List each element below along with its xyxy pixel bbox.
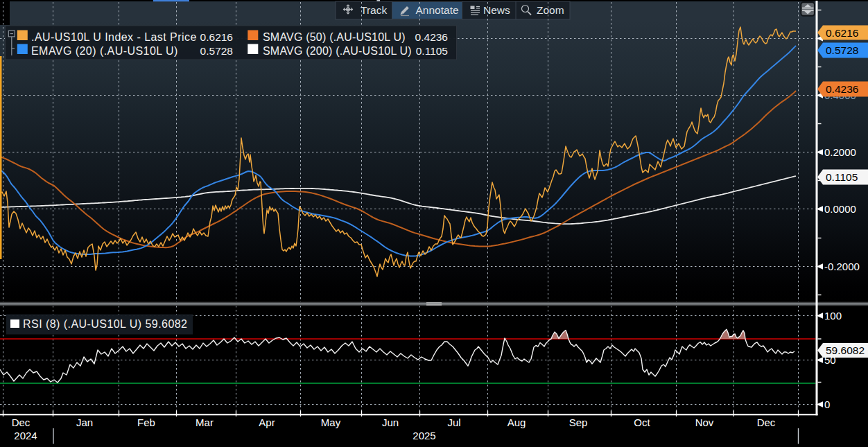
svg-text:Zoom: Zoom <box>537 4 564 16</box>
svg-text:.AU-US10L U Index - Last Price: .AU-US10L U Index - Last Price <box>31 31 197 43</box>
svg-text:0.6216: 0.6216 <box>200 31 233 43</box>
svg-text:0: 0 <box>824 398 830 410</box>
svg-text:Sep: Sep <box>569 417 588 428</box>
svg-text:-0.2000: -0.2000 <box>824 261 860 272</box>
svg-text:SMAVG (200) (.AU-US10L U): SMAVG (200) (.AU-US10L U) <box>263 45 412 57</box>
svg-text:Oct: Oct <box>634 417 650 428</box>
svg-text:RSI (8) (.AU-US10L U) 59.6082: RSI (8) (.AU-US10L U) 59.6082 <box>23 318 187 330</box>
svg-text:0.0000: 0.0000 <box>824 203 856 215</box>
svg-text:Jan: Jan <box>76 417 93 428</box>
svg-text:0.5728: 0.5728 <box>826 44 858 56</box>
svg-text:Mar: Mar <box>196 417 214 428</box>
svg-text:0.6216: 0.6216 <box>826 27 858 39</box>
svg-text:0.5728: 0.5728 <box>200 45 233 57</box>
svg-text:Track: Track <box>361 4 387 16</box>
svg-text:0.2000: 0.2000 <box>824 146 856 158</box>
svg-text:Feb: Feb <box>137 417 155 428</box>
svg-text:Dec: Dec <box>757 417 776 428</box>
svg-text:Apr: Apr <box>259 417 275 428</box>
svg-text:May: May <box>321 417 341 428</box>
svg-text:2025: 2025 <box>413 430 435 441</box>
svg-text:2024: 2024 <box>14 430 37 441</box>
svg-text:SMAVG (50) (.AU-US10L U): SMAVG (50) (.AU-US10L U) <box>263 31 406 43</box>
svg-text:0.4236: 0.4236 <box>415 31 448 43</box>
svg-text:Annotate: Annotate <box>416 4 459 16</box>
svg-text:59.6082: 59.6082 <box>826 344 865 356</box>
svg-text:Jul: Jul <box>447 417 460 428</box>
svg-text:Dec: Dec <box>12 417 31 428</box>
svg-text:0.1105: 0.1105 <box>416 45 448 57</box>
svg-text:Jun: Jun <box>382 417 399 428</box>
svg-text:0.4236: 0.4236 <box>826 83 858 95</box>
svg-text:Nov: Nov <box>695 417 714 428</box>
svg-text:News: News <box>483 4 510 16</box>
svg-text:Aug: Aug <box>507 417 526 428</box>
svg-text:EMAVG (20) (.AU-US10L U): EMAVG (20) (.AU-US10L U) <box>31 45 178 57</box>
svg-text:0.1105: 0.1105 <box>826 171 858 183</box>
svg-text:100: 100 <box>824 310 842 322</box>
